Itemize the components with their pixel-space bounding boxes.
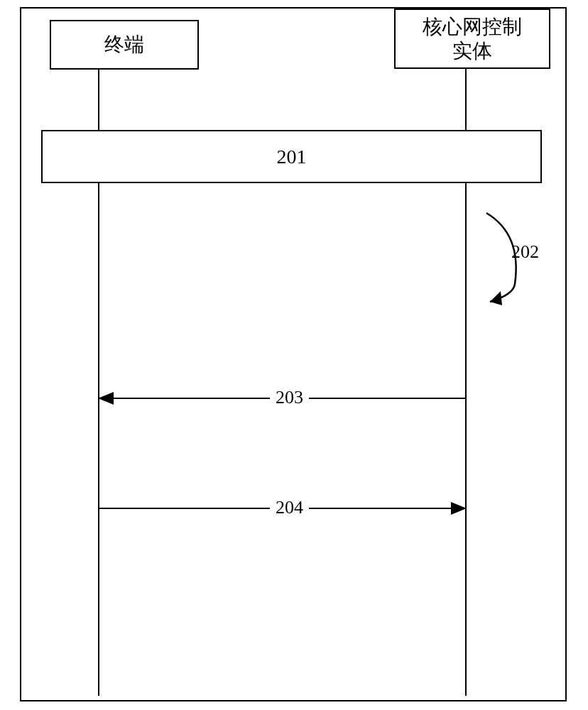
lifeline-terminal-bottom	[98, 183, 99, 696]
participant-core-network-label: 核心网控制 实体	[423, 15, 522, 62]
message-204-arrow	[451, 502, 467, 515]
activation-label: 201	[277, 146, 307, 168]
activation-box: 201	[41, 130, 542, 183]
participant-terminal: 终端	[50, 20, 199, 70]
diagram-frame	[20, 7, 567, 701]
message-204-label: 204	[270, 497, 309, 518]
message-203-label: 203	[270, 387, 309, 408]
lifeline-core-top	[465, 69, 467, 130]
svg-marker-0	[490, 291, 502, 305]
self-message-label: 202	[511, 241, 539, 263]
participant-core-network: 核心网控制 实体	[394, 9, 550, 69]
lifeline-terminal-top	[98, 70, 99, 130]
message-203-arrow	[98, 392, 114, 405]
participant-terminal-label: 终端	[104, 33, 144, 57]
